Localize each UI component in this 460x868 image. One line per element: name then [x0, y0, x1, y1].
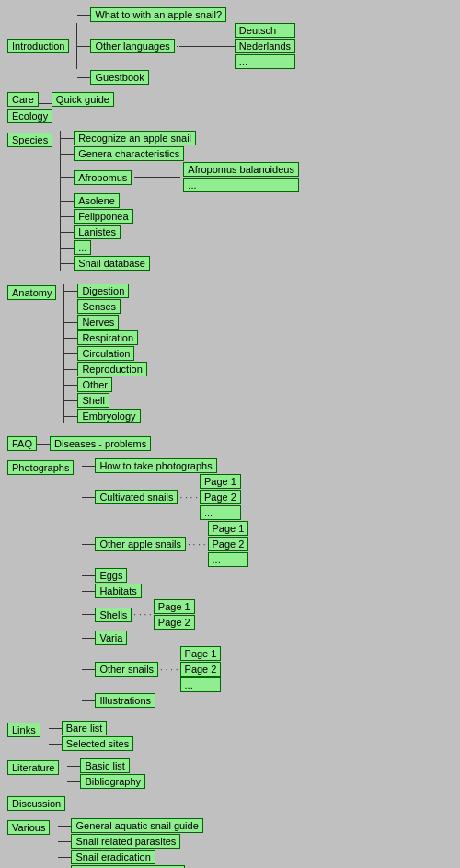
section-various: Various General aquatic snail guide Snai… [7, 818, 453, 868]
node-photographs[interactable]: Photographs [7, 460, 74, 475]
node-asolene[interactable]: Asolene [74, 193, 120, 208]
node-apple-more[interactable]: ... [208, 552, 249, 567]
node-respiration[interactable]: Respiration [77, 330, 138, 345]
node-other-snails-more[interactable]: ... [180, 677, 222, 692]
node-bibliography[interactable]: Bibliography [80, 774, 145, 789]
section-care: Care Quick guide [7, 92, 453, 107]
node-shells-p1[interactable]: Page 1 [154, 599, 195, 614]
site-tree: Introduction What to with an apple snail… [7, 7, 453, 868]
node-introduction[interactable]: Introduction [7, 39, 69, 53]
node-afropomus[interactable]: Afropomus [74, 170, 132, 185]
node-bare-list[interactable]: Bare list [62, 721, 108, 735]
section-faq: FAQ Diseases - problems [7, 436, 453, 451]
node-cultivated-more[interactable]: ... [200, 505, 241, 520]
node-ecology[interactable]: Ecology [7, 109, 52, 123]
node-lang-more[interactable]: ... [235, 54, 295, 69]
node-quick-guide[interactable]: Quick guide [52, 92, 114, 107]
section-links: Links Bare list Selected sites [7, 721, 453, 751]
section-ecology: Ecology [7, 109, 453, 123]
dots-other-snails: · · · · [160, 665, 178, 675]
node-genera-characteristics[interactable]: Genera characteristics [74, 146, 184, 161]
node-nederlands[interactable]: Nederlands [235, 39, 295, 53]
node-senses[interactable]: Senses [77, 299, 121, 314]
node-diseases-problems-faq[interactable]: Diseases - problems [50, 436, 151, 451]
node-nerves[interactable]: Nerves [77, 315, 119, 330]
node-apple-p1[interactable]: Page 1 [208, 521, 249, 536]
node-faq[interactable]: FAQ [7, 436, 37, 451]
dots-shells: · · · · [133, 609, 151, 619]
node-guestbook[interactable]: Guestbook [90, 70, 148, 85]
node-recognize-apple-snail[interactable]: Recognize an apple snail [74, 131, 196, 145]
node-other[interactable]: Other [77, 377, 112, 392]
node-anatomy[interactable]: Anatomy [7, 285, 56, 300]
node-species-more[interactable]: ... [74, 240, 91, 255]
section-introduction: Introduction What to with an apple snail… [7, 7, 453, 85]
node-parasites[interactable]: Snail related parasites [71, 834, 180, 849]
section-species: Species Recognize an apple snail Genera … [7, 131, 453, 271]
node-selected-sites[interactable]: Selected sites [62, 736, 133, 751]
node-eradication[interactable]: Snail eradication [71, 850, 155, 864]
node-afropomus-more[interactable]: ... [183, 178, 299, 192]
node-other-snails[interactable]: Other snails [95, 662, 158, 677]
node-shells-p2[interactable]: Page 2 [154, 615, 195, 630]
node-care[interactable]: Care [7, 92, 39, 107]
node-other-snails-p1[interactable]: Page 1 [180, 646, 222, 661]
node-circulation[interactable]: Circulation [77, 346, 134, 361]
node-basic-list[interactable]: Basic list [80, 758, 129, 773]
node-digestion[interactable]: Digestion [77, 284, 129, 298]
section-anatomy: Anatomy Digestion Senses Nerves Respirat… [7, 284, 453, 423]
node-shells[interactable]: Shells [95, 608, 132, 622]
node-varia[interactable]: Varia [95, 631, 127, 645]
node-shell[interactable]: Shell [77, 393, 109, 408]
node-reproduction[interactable]: Reproduction [77, 362, 146, 376]
node-cultivated-p2[interactable]: Page 2 [200, 490, 241, 504]
section-photographs: Photographs How to take photographs Cult… [7, 458, 453, 708]
node-literature[interactable]: Literature [7, 760, 59, 775]
node-what-to-do[interactable]: What to with an apple snail? [90, 7, 226, 22]
section-discussion: Discussion [7, 796, 453, 811]
node-illustrations[interactable]: Illustrations [95, 693, 155, 708]
node-felipponea[interactable]: Felipponea [74, 209, 132, 224]
node-how-to-photograph[interactable]: How to take photographs [95, 458, 216, 473]
node-species[interactable]: Species [7, 133, 52, 147]
node-other-snails-p2[interactable]: Page 2 [180, 662, 222, 677]
node-afropomus-balanoideus[interactable]: Afropomus balanoideus [183, 162, 299, 177]
node-links[interactable]: Links [7, 723, 40, 737]
dots-cultivated: · · · · [179, 492, 197, 503]
node-aquatic-guide[interactable]: General aquatic snail guide [71, 818, 202, 833]
node-lanistes[interactable]: Lanistes [74, 225, 121, 239]
node-deutsch[interactable]: Deutsch [235, 23, 295, 38]
node-habitats[interactable]: Habitats [95, 584, 141, 598]
node-eggs[interactable]: Eggs [95, 568, 127, 583]
section-literature: Literature Basic list Bibliography [7, 758, 453, 789]
node-discussion[interactable]: Discussion [7, 796, 65, 811]
dots-apple-snails: · · · · [188, 539, 205, 550]
node-various[interactable]: Various [7, 820, 50, 835]
node-cultivated-p1[interactable]: Page 1 [200, 474, 241, 489]
node-cultivated-snails[interactable]: Cultivated snails [95, 490, 178, 504]
node-other-languages[interactable]: Other languages [90, 39, 174, 53]
node-other-apple-snails[interactable]: Other apple snails [95, 537, 186, 551]
node-apple-p2[interactable]: Page 2 [208, 537, 249, 551]
node-snail-database[interactable]: Snail database [74, 256, 150, 271]
node-embryology[interactable]: Embryology [77, 409, 140, 423]
